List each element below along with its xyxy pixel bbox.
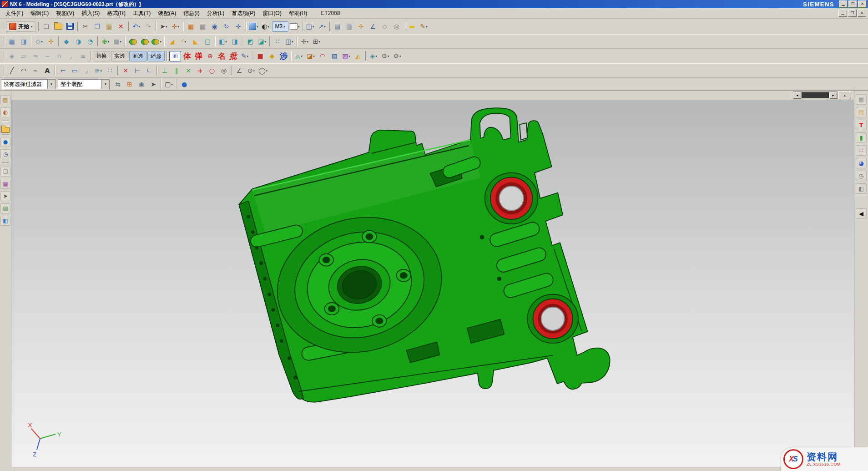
revolve-icon[interactable]: ◑ [72,35,84,47]
sketch-icon[interactable]: ▦ [6,35,18,47]
pattern-feature-icon[interactable]: ∷ [272,35,283,47]
offset-curve-icon[interactable]: ≡▾ [92,65,104,76]
add-selection-icon[interactable]: ⊞ [124,78,136,90]
open-file-icon[interactable] [52,20,64,32]
dropdown-arrow-icon[interactable]: ▾ [160,40,161,43]
fillet-icon[interactable]: ◞ [81,65,92,76]
intersection-point-icon[interactable]: ◎ [218,65,230,76]
undo-icon[interactable]: ↶▾ [131,20,142,32]
dropdown-arrow-icon[interactable]: ▾ [253,69,255,72]
layer-settings-icon[interactable]: ▤ [332,20,343,32]
measure-icon[interactable]: ▬ [406,20,418,32]
scroll-right-icon[interactable]: ► [829,92,837,99]
draft-icon[interactable]: ◢ [166,35,178,47]
fastener-icon[interactable]: ◆ [266,50,278,62]
hole-icon[interactable]: ⊕▾ [100,35,111,47]
menu-edit[interactable]: 编辑(E) [27,9,52,18]
move-object-icon[interactable]: ✛▾ [299,35,311,47]
roles-icon[interactable]: ◐ [0,107,10,117]
pointer-icon[interactable]: ➤ [0,191,10,201]
menu-preferences[interactable]: 首选项(P) [228,9,259,18]
perimeter-circle-icon[interactable]: ◯▾ [257,65,269,76]
profile-icon[interactable]: ⌐ [57,65,69,76]
dropdown-arrow-icon[interactable]: ▾ [41,40,43,43]
solid-translucent-button[interactable]: 实透 [111,51,128,61]
palette-icon[interactable]: ▦ [0,179,10,189]
hd3d-tools-tab-icon[interactable]: ∷ [856,145,867,156]
point-icon[interactable]: + [194,65,206,76]
red-hole-top[interactable] [485,173,538,224]
dropdown-arrow-icon[interactable]: ▾ [292,40,293,43]
sew-icon[interactable]: ◪▾ [256,35,268,47]
through-curves-icon[interactable]: ≈ [30,50,41,62]
pattern-curve-icon[interactable]: ∷ [104,65,116,76]
transform-icon[interactable]: ↗▾ [316,20,328,32]
split-body-icon[interactable]: ◨ [229,35,241,47]
toolbar-grip[interactable] [2,22,4,31]
face-button[interactable]: 面 [169,51,181,61]
menu-tools[interactable]: 工具(T) [129,9,154,18]
dropdown-arrow-icon[interactable]: ▾ [225,40,227,43]
spring-button[interactable]: 弹 [193,51,204,61]
selection-tool-icon[interactable]: ➤▾ [158,20,170,32]
red-hole-bottom[interactable] [527,294,578,343]
studio-surface-icon[interactable]: ◈ [6,50,18,62]
annotation-icon[interactable]: ✎▾ [418,20,430,32]
unite-icon[interactable] [127,35,139,47]
doc-close-button[interactable]: ✕ [858,10,866,17]
gear-tools-icon[interactable]: ⚙▾ [379,50,391,62]
scrollbar-corner[interactable]: ▴ [838,91,851,99]
dropdown-arrow-icon[interactable]: ▾ [257,25,258,28]
menu-help[interactable]: 帮助(H) [285,9,311,18]
dropdown-arrow-icon[interactable]: ▾ [171,83,173,86]
window-layout-icon[interactable]: ▦ [185,20,197,32]
sweep-icon[interactable]: ◔ [84,35,96,47]
face-blend-icon[interactable]: ◞ [65,50,77,62]
interference-button[interactable]: 涉 [278,51,289,61]
cut-icon[interactable]: ✂ [80,20,91,32]
block-icon[interactable]: ■▾ [111,35,123,47]
dropdown-arrow-icon[interactable]: ▾ [266,69,268,72]
curvature-analysis-icon[interactable]: ◠ [317,50,328,62]
mirror-feature-icon[interactable]: ◫▾ [283,35,295,47]
show-hide-icon[interactable]: ◎ [391,20,403,32]
selection-scope-combo[interactable]: 整个装配▾ [58,79,110,89]
menu-analysis[interactable]: 分析(L) [203,9,228,18]
dropdown-arrow-icon[interactable]: ▾ [307,40,309,43]
dropdown-arrow-icon[interactable]: ▾ [426,25,428,28]
zoom-icon[interactable]: ◉ [209,20,221,32]
resource-grid-icon[interactable]: ▦ [856,94,867,105]
pattern-grid-icon[interactable]: ⊞▾ [311,35,323,47]
text-icon[interactable]: A [41,65,53,76]
ruled-surface-icon[interactable]: ▱ [18,50,30,62]
start-button[interactable]: 开始▾ [6,21,36,32]
menu-file[interactable]: 文件(F) [2,9,27,18]
model-3d[interactable]: X Y Z [11,100,854,467]
shell-icon[interactable]: ▢ [202,35,213,47]
toolbar-grip[interactable] [2,51,4,61]
datum-csys-icon[interactable]: ✛ [45,35,57,47]
cross-constraint-icon[interactable]: × [182,65,194,76]
face-translucent-button[interactable]: 面透 [129,51,146,61]
perpendicular-constraint-icon[interactable]: ⊥ [159,65,171,76]
paste-icon[interactable]: ▤ [103,20,115,32]
parallel-constraint-icon[interactable]: ∥ [171,65,182,76]
dropdown-arrow-icon[interactable]: ▾ [348,55,350,58]
sketch-in-task-icon[interactable]: ◨ [18,35,30,47]
minimize-button[interactable]: ▁ [839,0,848,8]
doc-restore-button[interactable]: ❐ [848,10,857,17]
ellipse-icon[interactable]: ○ [206,65,218,76]
collapse-resource-bar-icon[interactable]: ◀ [856,208,867,219]
dropdown-arrow-icon[interactable]: ▾ [108,40,110,43]
datum-plane-icon[interactable]: ◇▾ [33,35,45,47]
new-file-icon[interactable]: ❏ [40,20,52,32]
trim-body-icon[interactable]: ◧▾ [217,35,229,47]
part-model[interactable] [239,108,610,402]
dropdown-arrow-icon[interactable]: ▾ [247,55,249,58]
details-icon[interactable]: ▥ [0,203,10,213]
materials-tab-icon[interactable]: ◧ [856,183,867,194]
dropdown-arrow-icon[interactable]: ▾ [264,40,266,43]
dropdown-arrow-icon[interactable]: ▾ [184,40,186,43]
toolbar-grip[interactable] [2,37,4,46]
edge-blend-icon[interactable]: ◜▾ [178,35,190,47]
